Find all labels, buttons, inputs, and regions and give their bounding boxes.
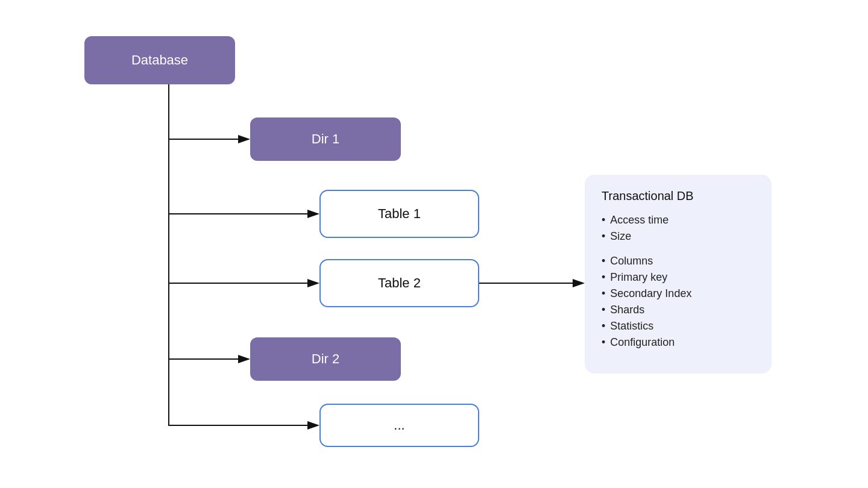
- dir2-label: Dir 2: [312, 351, 339, 367]
- dir1-label: Dir 1: [312, 131, 339, 147]
- info-item-shards: Shards: [602, 304, 755, 316]
- table2-label: Table 2: [378, 275, 421, 291]
- info-item-configuration: Configuration: [602, 336, 755, 349]
- info-item-access-time: Access time: [602, 214, 755, 227]
- info-panel-title: Transactional DB: [602, 189, 755, 203]
- ellipsis-node: ...: [319, 404, 479, 447]
- info-panel: Transactional DB Access time Size Column…: [585, 175, 772, 374]
- dir2-node: Dir 2: [250, 337, 401, 381]
- info-item-statistics: Statistics: [602, 320, 755, 333]
- info-item-size: Size: [602, 230, 755, 243]
- info-item-columns: Columns: [602, 255, 755, 267]
- database-label: Database: [131, 52, 188, 68]
- dir1-node: Dir 1: [250, 117, 401, 161]
- table1-node: Table 1: [319, 190, 479, 238]
- info-item-primary-key: Primary key: [602, 271, 755, 284]
- diagram-container: Database Dir 1 Table 1 Table 2 Dir 2 ...…: [0, 0, 868, 488]
- info-item-secondary-index: Secondary Index: [602, 287, 755, 300]
- table2-node: Table 2: [319, 259, 479, 307]
- ellipsis-label: ...: [394, 418, 404, 433]
- table1-label: Table 1: [378, 206, 421, 222]
- database-node: Database: [84, 36, 235, 84]
- info-panel-list: Access time Size Columns Primary key Sec…: [602, 214, 755, 349]
